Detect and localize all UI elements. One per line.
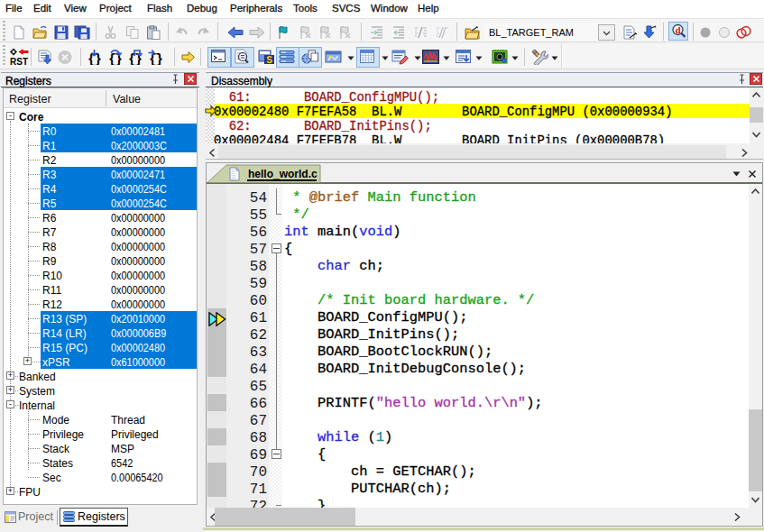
svg-text:{}: {} [149,52,162,65]
svg-text:S: S [266,55,272,65]
svg-text:d: d [675,24,680,35]
svg-text:RST: RST [10,57,28,67]
